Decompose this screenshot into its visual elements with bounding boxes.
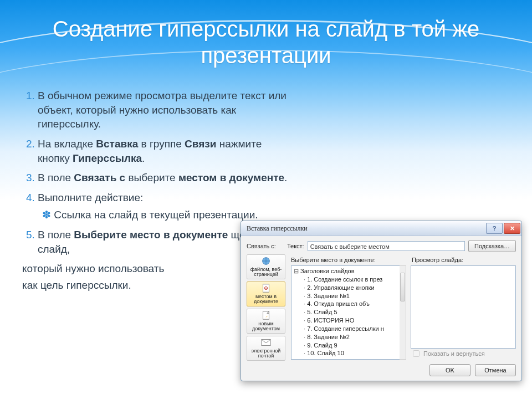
tree-item[interactable]: 10. Слайд 10 (294, 349, 403, 357)
label: файлом, веб-страницей (248, 267, 284, 278)
dialog-body: Связать с: Текст: Связать с выберите мес… (241, 236, 521, 381)
link-to-file-web[interactable]: файлом, веб-страницей (247, 254, 285, 279)
tree-root[interactable]: Заголовки слайдов (294, 267, 403, 275)
document-target-icon (260, 283, 272, 293)
hyperlink-dialog: Вставка гиперссылки ? ✕ Связать с: Текст… (241, 221, 522, 381)
scrollbar-thumb[interactable] (400, 273, 405, 301)
ok-button[interactable]: OK (429, 364, 470, 376)
preview-label: Просмотр слайда: (412, 257, 463, 263)
close-button[interactable]: ✕ (504, 223, 520, 234)
text-bold: Связать с (74, 172, 125, 183)
globe-file-icon (260, 256, 272, 266)
step-2: На вкладке Вставка в группе Связи нажмит… (38, 137, 288, 165)
text: В обычном режиме просмотра выделите текс… (38, 90, 287, 130)
show-and-return-checkbox[interactable]: Показать и вернуться (411, 349, 485, 359)
slide: Создание гиперссылки на слайд в той же п… (0, 0, 532, 399)
cancel-button[interactable]: Отмена (475, 364, 516, 376)
dialog-top-row: Связать с: Текст: Связать с выберите мес… (247, 240, 516, 252)
dialog-titlebar: Вставка гиперссылки ? ✕ (241, 221, 521, 236)
tree-item[interactable]: 4. Откуда пришел объ (294, 300, 403, 308)
email-icon (260, 337, 272, 347)
text: выберите (125, 172, 178, 183)
step-3: В поле Связать с выберите местом в докум… (38, 171, 288, 185)
text-bold: местом в документе (178, 172, 284, 183)
tree-item[interactable]: 9. Слайд 9 (294, 341, 403, 350)
step-4: Выполните действие: Ссылка на слайд в те… (38, 191, 288, 222)
link-to-email[interactable]: электронной почтой (247, 336, 285, 361)
link-to-place-in-doc[interactable]: местом в документе (247, 282, 285, 306)
dialog-title: Вставка гиперссылки (247, 224, 485, 233)
tree-item[interactable]: 8. Задание №2 (294, 333, 403, 341)
select-place-label: Выберите место в документе: (291, 257, 376, 263)
step-1: В обычном режиме просмотра выделите текс… (38, 89, 288, 131)
text-bold: Вставка (96, 138, 138, 150)
link-to-label: Связать с: (247, 243, 276, 249)
tree-item[interactable]: 7. Создание гиперссылки н (294, 325, 403, 333)
tree-item[interactable]: 3. Задание №1 (294, 292, 403, 300)
text: Выполните действие: (38, 192, 143, 203)
new-document-icon (260, 310, 272, 320)
tree-item[interactable]: 6. ИСТОРИЯ НО (294, 316, 403, 325)
text: Ссылка на слайд в текущей презентации. (54, 209, 258, 221)
text: . (284, 172, 287, 183)
text-bold: Выберите место в документе (74, 229, 228, 241)
text-input[interactable]: Связать с выберите местом (308, 241, 465, 251)
hint-button[interactable]: Подсказка… (468, 240, 516, 252)
svg-point-3 (265, 288, 267, 289)
slide-title: Создание гиперссылки на слайд в той же п… (0, 16, 532, 69)
text: На вкладке (38, 138, 96, 150)
dialog-buttons: OK Отмена (429, 364, 516, 376)
label: Заголовки слайдов (300, 268, 355, 274)
tree-item[interactable]: 5. Слайд 5 (294, 308, 403, 316)
text: В поле (38, 229, 74, 241)
label: электронной почтой (248, 349, 284, 359)
text: . (142, 152, 145, 164)
slide-tree[interactable]: Заголовки слайдов 1. Создание ссылок в п… (291, 265, 406, 360)
text-label: Текст: (287, 243, 304, 249)
label: Показать и вернуться (423, 350, 485, 357)
text: в группе (138, 138, 185, 150)
tree-item[interactable]: 1. Создание ссылок в през (294, 275, 403, 284)
slide-preview (411, 265, 516, 349)
tree-scrollbar[interactable] (400, 265, 406, 360)
link-to-column: файлом, веб-страницей местом в документе… (247, 254, 285, 360)
label: новым документом (248, 321, 284, 332)
text-bold: Гиперссылка (73, 152, 142, 164)
help-button[interactable]: ? (486, 223, 503, 234)
text: В поле (38, 172, 74, 183)
text-bold: Связи (185, 138, 216, 150)
label: местом в документе (248, 294, 284, 305)
checkbox-input[interactable] (413, 350, 420, 357)
link-to-new-doc[interactable]: новым документом (247, 309, 285, 334)
tree-item[interactable]: 2. Управляющие кнопки (294, 284, 403, 292)
